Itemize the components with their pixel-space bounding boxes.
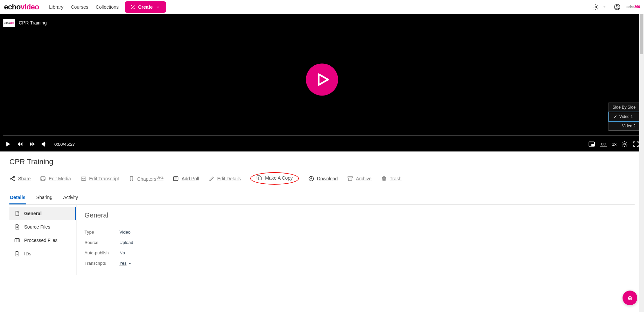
- player-settings-button[interactable]: [621, 141, 628, 147]
- layout-video-2[interactable]: Video 2: [608, 122, 640, 130]
- svg-marker-5: [18, 142, 20, 146]
- scrollbar[interactable]: [639, 14, 644, 275]
- svg-marker-3: [319, 74, 328, 85]
- check-icon: [613, 115, 617, 119]
- svg-rect-22: [15, 239, 19, 242]
- section-heading: General: [85, 211, 627, 219]
- doc-icon: [14, 210, 20, 216]
- svg-marker-6: [20, 142, 22, 146]
- tab-sharing[interactable]: Sharing: [36, 192, 53, 204]
- volume-button[interactable]: [41, 141, 48, 147]
- svg-rect-16: [81, 177, 86, 180]
- poll-icon: [173, 176, 179, 182]
- page-title: CPR Training: [9, 158, 635, 166]
- player-controls: 0:00/45:27 CC 1x: [0, 137, 644, 151]
- sidenav-source-files[interactable]: Source Files: [9, 220, 76, 234]
- svg-point-2: [616, 5, 618, 7]
- layout-menu: Side By Side Video 1 Video 2: [608, 103, 640, 131]
- nav-links: Library Courses Collections: [49, 4, 118, 10]
- archive-icon: [347, 176, 353, 182]
- download-action[interactable]: Download: [308, 176, 338, 182]
- detail-side-nav: General Source Files Processed Files IDs: [9, 205, 76, 275]
- play-button[interactable]: [5, 141, 11, 147]
- svg-rect-18: [258, 177, 261, 180]
- chevron-down-icon: [128, 261, 132, 265]
- tab-activity[interactable]: Activity: [62, 192, 78, 204]
- trash-icon: [381, 176, 387, 182]
- bookmark-icon: [128, 176, 135, 182]
- layout-side-by-side[interactable]: Side By Side: [608, 103, 640, 112]
- svg-point-11: [624, 143, 626, 145]
- big-play-button[interactable]: [306, 63, 338, 96]
- speed-button[interactable]: 1x: [612, 142, 616, 147]
- logo-video: video: [20, 3, 39, 11]
- time-display: 0:00/45:27: [54, 142, 75, 147]
- layout-video-1[interactable]: Video 1: [608, 112, 640, 122]
- player-title: CPR Training: [19, 20, 47, 25]
- edit-media-action[interactable]: Edit Media: [40, 176, 71, 182]
- scrollbar-thumb[interactable]: [640, 14, 643, 54]
- detail-main: General Type Video Source Upload Auto-pu…: [76, 205, 635, 275]
- share-icon: [9, 176, 15, 182]
- caret-down-icon[interactable]: [601, 4, 608, 10]
- transcript-icon: [80, 176, 87, 182]
- trash-action[interactable]: Trash: [381, 176, 401, 182]
- svg-marker-4: [6, 142, 10, 146]
- svg-point-21: [17, 227, 18, 228]
- download-icon: [308, 176, 314, 182]
- section-divider: [85, 222, 627, 222]
- player-thumb: echo360: [3, 19, 15, 27]
- captions-button[interactable]: CC: [600, 142, 607, 147]
- player-header: echo360 CPR Training: [3, 19, 47, 27]
- edit-details-action[interactable]: Edit Details: [209, 176, 241, 182]
- svg-rect-15: [41, 177, 46, 181]
- forward-button[interactable]: [29, 141, 36, 147]
- nav-right: echo360: [592, 4, 640, 10]
- svg-marker-7: [30, 142, 32, 146]
- tabs: Details Sharing Activity: [9, 192, 635, 205]
- logo[interactable]: echovideo: [4, 3, 39, 11]
- nav-library[interactable]: Library: [49, 4, 63, 10]
- share-action[interactable]: Share: [9, 176, 31, 182]
- nav-courses[interactable]: Courses: [71, 4, 88, 10]
- progress-bar[interactable]: [3, 135, 641, 136]
- mini-logo[interactable]: echo360: [627, 5, 640, 9]
- archive-action[interactable]: Archive: [347, 176, 372, 182]
- add-poll-action[interactable]: Add Poll: [173, 176, 199, 182]
- row-source: Source Upload: [85, 237, 627, 248]
- svg-point-0: [595, 6, 596, 8]
- rewind-button[interactable]: [17, 141, 23, 147]
- film-small-icon: [14, 237, 20, 243]
- top-nav: echovideo Library Courses Collections Cr…: [0, 0, 644, 14]
- sidenav-ids[interactable]: IDs: [9, 247, 76, 260]
- edit-transcript-action[interactable]: Edit Transcript: [80, 176, 119, 182]
- pencil-icon: [209, 176, 215, 182]
- settings-icon[interactable]: [592, 4, 599, 10]
- video-player: echo360 CPR Training Side By Side Video …: [0, 14, 644, 151]
- wand-icon: [129, 4, 136, 10]
- play-icon: [314, 71, 330, 87]
- transcripts-toggle[interactable]: Yes: [119, 261, 132, 266]
- nav-collections[interactable]: Collections: [96, 4, 118, 10]
- action-row: Share Edit Media Edit Transcript Chapter…: [9, 172, 635, 190]
- svg-rect-10: [592, 144, 594, 146]
- chapters-action[interactable]: ChaptersBeta: [128, 176, 163, 182]
- content-area: CPR Training Share Edit Media Edit Trans…: [0, 151, 644, 275]
- sidenav-general[interactable]: General: [9, 207, 76, 220]
- row-autopublish: Auto-publish No: [85, 248, 627, 258]
- account-icon[interactable]: [614, 4, 621, 10]
- create-button[interactable]: Create: [125, 1, 166, 13]
- id-icon: [14, 251, 20, 257]
- make-copy-action[interactable]: Make A Copy: [256, 175, 293, 181]
- layout-video-1-label: Video 1: [619, 114, 633, 119]
- chevron-down-icon: [155, 4, 161, 10]
- fullscreen-button[interactable]: [633, 141, 639, 147]
- film-icon: [40, 176, 46, 182]
- sidenav-processed-files[interactable]: Processed Files: [9, 234, 76, 247]
- copy-icon: [256, 175, 262, 181]
- create-label: Create: [138, 4, 153, 10]
- make-copy-highlight: Make A Copy: [250, 172, 299, 185]
- pip-button[interactable]: [588, 141, 595, 147]
- tab-details[interactable]: Details: [9, 192, 26, 204]
- logo-echo: echo: [4, 3, 20, 11]
